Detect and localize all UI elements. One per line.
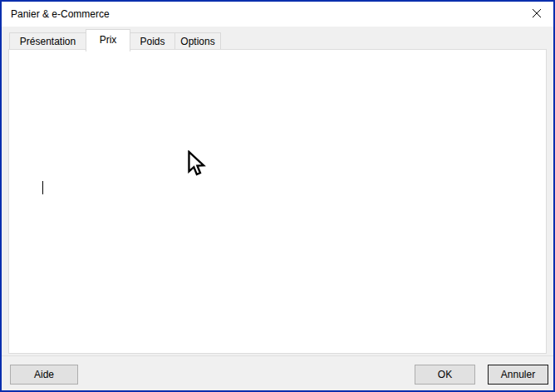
- text-caret: [42, 181, 43, 194]
- ok-button[interactable]: OK: [415, 365, 475, 385]
- tab-options[interactable]: Options: [174, 32, 221, 50]
- cancel-button[interactable]: Annuler: [488, 365, 548, 385]
- footer-divider: [2, 355, 553, 356]
- tab-page-prix: [8, 49, 547, 354]
- tab-poids[interactable]: Poids: [130, 32, 175, 50]
- close-button[interactable]: [520, 2, 553, 27]
- help-button[interactable]: Aide: [10, 365, 78, 385]
- close-icon: [532, 8, 542, 21]
- window-title: Panier & e-Commerce: [11, 2, 110, 27]
- tab-prix[interactable]: Prix: [86, 29, 130, 51]
- title-bar[interactable]: Panier & e-Commerce: [2, 2, 553, 27]
- dialog-window: Panier & e-Commerce Présentation Prix Po…: [0, 0, 555, 392]
- tab-presentation[interactable]: Présentation: [9, 32, 86, 50]
